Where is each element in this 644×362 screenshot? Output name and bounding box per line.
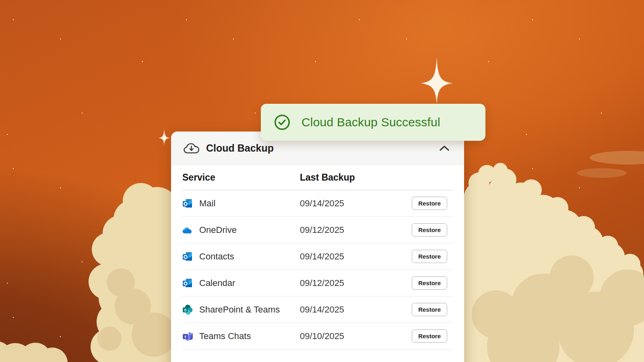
toast-notification: Cloud Backup Successful [261,104,485,141]
column-header-service: Service [182,172,300,183]
restore-button[interactable]: Restore [412,250,447,263]
panel-title: Cloud Backup [206,142,274,154]
outlook-calendar-icon [182,278,193,288]
collapse-button[interactable] [437,143,452,154]
outlook-mail-icon [182,198,193,209]
service-cell: OneDrive [182,224,300,235]
restore-button[interactable]: Restore [412,276,447,290]
svg-text:S: S [184,308,187,312]
table-row: S SharePoint & Teams 09/14/2025 Restore [182,296,453,323]
backup-table: Service Last Backup Mail 09/14/2025 Rest… [171,165,464,350]
cloud-download-icon [183,142,200,154]
service-cell: S SharePoint & Teams [182,304,300,315]
table-row: OneDrive 09/12/2025 Restore [182,217,453,243]
service-cell: T Teams Chats [182,331,300,341]
service-cell: Calendar [182,278,300,288]
restore-button[interactable]: Restore [412,329,447,343]
last-backup-date: 09/14/2025 [300,304,411,315]
toast-message: Cloud Backup Successful [301,115,440,129]
last-backup-date: 09/12/2025 [300,225,411,235]
service-name: Teams Chats [199,331,251,341]
service-name: Mail [199,198,215,209]
sharepoint-icon: S [182,304,193,315]
service-name: Contacts [199,251,234,262]
last-backup-date: 09/14/2025 [300,198,411,209]
restore-button[interactable]: Restore [412,303,447,316]
restore-button[interactable]: Restore [412,197,447,210]
service-cell: Mail [182,198,300,209]
table-row: Contacts 09/14/2025 Restore [182,243,453,270]
restore-button[interactable]: Restore [412,223,447,237]
outlook-contacts-icon [182,251,193,262]
last-backup-date: 09/14/2025 [300,251,411,262]
last-backup-date: 09/10/2025 [300,331,411,341]
table-header-row: Service Last Backup [182,165,453,190]
chevron-up-icon [439,145,450,151]
column-header-last-backup: Last Backup [300,172,411,183]
table-row: T Teams Chats 09/10/2025 Restore [182,323,453,350]
service-name: Calendar [199,278,235,288]
table-row: Calendar 09/12/2025 Restore [182,270,453,296]
table-row: Mail 09/14/2025 Restore [182,190,453,217]
table-body: Mail 09/14/2025 Restore OneDrive 09/12/2… [182,190,453,350]
teams-icon: T [182,331,193,341]
last-backup-date: 09/12/2025 [300,278,411,288]
cloud-backup-panel: Cloud Backup Service Last Backup Mail 09… [171,132,464,362]
svg-text:T: T [184,335,187,339]
check-circle-icon [274,114,291,131]
service-cell: Contacts [182,251,300,262]
service-name: OneDrive [199,225,237,235]
service-name: SharePoint & Teams [199,304,280,315]
onedrive-icon [182,224,193,235]
